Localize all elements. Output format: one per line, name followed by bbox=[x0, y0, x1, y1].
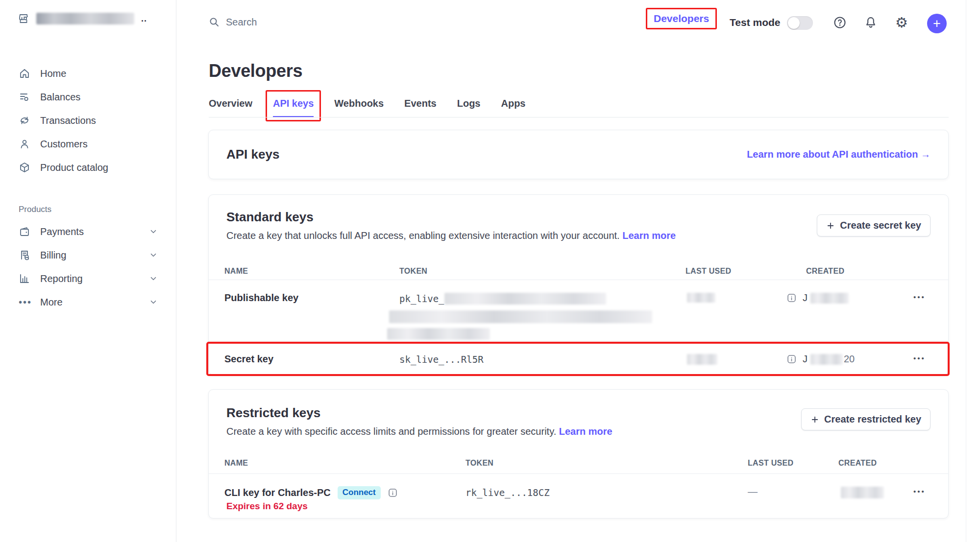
restricted-keys-description: Create a key with specific access limits… bbox=[226, 426, 612, 437]
more-ellipsis-icon: ••• bbox=[19, 297, 30, 308]
create-plus-button[interactable]: + bbox=[927, 14, 947, 33]
test-mode-label: Test mode bbox=[730, 17, 780, 28]
sidebar-item-reporting[interactable]: Reporting bbox=[0, 267, 176, 290]
notifications-bell-icon[interactable] bbox=[863, 15, 878, 30]
last-used-value: — bbox=[748, 486, 758, 497]
sidebar-item-label: Balances bbox=[40, 92, 80, 103]
key-name: Secret key bbox=[224, 353, 273, 365]
overflow-menu-icon[interactable]: ••• bbox=[913, 487, 926, 495]
created-redacted bbox=[810, 354, 843, 365]
account-name-redacted bbox=[36, 13, 134, 24]
token-redacted-line3 bbox=[387, 328, 490, 340]
account-name-suffix: .. bbox=[141, 14, 147, 24]
sidebar-item-label: More bbox=[40, 297, 63, 308]
sidebar-item-label: Customers bbox=[40, 139, 88, 150]
restricted-keys-title: Restricted keys bbox=[226, 405, 320, 421]
create-restricted-key-label: Create restricted key bbox=[824, 414, 921, 425]
tab-overview[interactable]: Overview bbox=[209, 98, 252, 118]
home-icon bbox=[19, 68, 30, 79]
sidebar-item-balances[interactable]: Balances bbox=[0, 85, 176, 109]
key-token[interactable]: sk_live_...Rl5R bbox=[399, 354, 484, 365]
storefront-icon bbox=[18, 13, 29, 24]
sidebar-item-label: Reporting bbox=[40, 273, 83, 284]
sidebar-item-transactions[interactable]: Transactions bbox=[0, 109, 176, 132]
toggle-knob bbox=[788, 17, 800, 29]
standard-keys-description-text: Create a key that unlocks full API acces… bbox=[226, 230, 620, 241]
page-title: Developers bbox=[209, 61, 302, 81]
info-icon[interactable] bbox=[786, 354, 797, 364]
column-header-name: NAME bbox=[224, 267, 248, 276]
last-used-redacted bbox=[687, 354, 717, 365]
billing-icon bbox=[19, 249, 30, 261]
tab-events[interactable]: Events bbox=[404, 98, 437, 118]
connect-badge: Connect bbox=[338, 486, 381, 499]
created-suffix: 20 bbox=[844, 353, 855, 365]
payments-icon bbox=[19, 226, 30, 237]
learn-more-api-auth-link[interactable]: Learn more about API authentication → bbox=[747, 149, 931, 160]
sidebar-item-payments[interactable]: Payments bbox=[0, 220, 176, 243]
chevron-down-icon bbox=[149, 227, 158, 236]
product-catalog-icon bbox=[19, 162, 30, 173]
chevron-down-icon bbox=[149, 251, 158, 259]
search-input[interactable]: Search bbox=[208, 16, 257, 28]
sidebar-item-product-catalog[interactable]: Product catalog bbox=[0, 156, 176, 179]
sidebar-item-label: Payments bbox=[40, 226, 84, 237]
plus-icon bbox=[810, 415, 819, 424]
tab-api-keys-label: API keys bbox=[273, 98, 314, 109]
tab-bar: Overview API keys Webhooks Events Logs A… bbox=[209, 98, 525, 118]
tab-logs[interactable]: Logs bbox=[457, 98, 481, 118]
search-label: Search bbox=[226, 17, 257, 28]
expires-warning: Expires in 62 days bbox=[226, 501, 308, 512]
plus-icon: + bbox=[933, 16, 941, 31]
table-divider bbox=[209, 473, 948, 474]
created-prefix: J bbox=[803, 292, 808, 304]
help-icon[interactable] bbox=[833, 15, 847, 30]
search-icon bbox=[208, 16, 220, 28]
test-mode-toggle[interactable] bbox=[787, 16, 813, 30]
tab-webhooks[interactable]: Webhooks bbox=[334, 98, 384, 118]
settings-gear-icon[interactable]: ⚙ bbox=[894, 15, 909, 30]
column-header-name: NAME bbox=[224, 459, 248, 468]
info-icon[interactable] bbox=[786, 293, 797, 303]
key-token[interactable]: pk_live_ bbox=[399, 293, 606, 305]
created-redacted bbox=[841, 487, 884, 498]
created-redacted bbox=[810, 293, 849, 304]
overflow-menu-icon[interactable]: ••• bbox=[913, 354, 926, 362]
create-secret-key-button[interactable]: Create secret key bbox=[817, 214, 931, 236]
info-icon[interactable] bbox=[388, 488, 398, 498]
restricted-keys-description-text: Create a key with specific access limits… bbox=[226, 426, 556, 437]
tab-apps[interactable]: Apps bbox=[501, 98, 525, 118]
created-prefix: J bbox=[803, 353, 808, 365]
column-header-last-used: LAST USED bbox=[748, 459, 793, 468]
api-keys-card-title: API keys bbox=[226, 147, 279, 162]
standard-keys-learn-more-link[interactable]: Learn more bbox=[622, 230, 676, 241]
account-switcher[interactable]: .. bbox=[18, 13, 147, 24]
key-name: Publishable key bbox=[224, 292, 298, 304]
table-divider bbox=[209, 280, 948, 280]
reporting-icon bbox=[19, 273, 30, 284]
sidebar-item-more[interactable]: ••• More bbox=[0, 290, 176, 314]
chevron-down-icon bbox=[149, 298, 158, 306]
annotation-box-developers: Developers bbox=[646, 8, 717, 29]
restricted-keys-learn-more-link[interactable]: Learn more bbox=[559, 426, 612, 437]
sidebar-item-label: Product catalog bbox=[40, 162, 108, 173]
token-prefix: pk_live_ bbox=[399, 293, 444, 304]
api-keys-card: API keys Learn more about API authentica… bbox=[208, 130, 949, 179]
key-token[interactable]: rk_live_...18CZ bbox=[466, 487, 550, 498]
sidebar-item-customers[interactable]: Customers bbox=[0, 132, 176, 156]
sidebar-item-home[interactable]: Home bbox=[0, 62, 176, 85]
create-secret-key-label: Create secret key bbox=[840, 220, 921, 231]
create-restricted-key-button[interactable]: Create restricted key bbox=[801, 408, 931, 430]
sidebar-item-label: Home bbox=[40, 68, 66, 79]
scrollbar-track[interactable] bbox=[966, 0, 966, 542]
restricted-keys-card: Restricted keys Create a key with specif… bbox=[208, 389, 949, 518]
column-header-created: CREATED bbox=[838, 459, 877, 468]
token-redacted-line2 bbox=[389, 310, 652, 323]
overflow-menu-icon[interactable]: ••• bbox=[913, 293, 926, 301]
sidebar-item-billing[interactable]: Billing bbox=[0, 243, 176, 267]
chevron-down-icon bbox=[149, 274, 158, 283]
tab-api-keys[interactable]: API keys bbox=[273, 98, 314, 118]
developers-link[interactable]: Developers bbox=[654, 13, 709, 24]
sidebar-item-label: Transactions bbox=[40, 115, 96, 126]
column-header-token: TOKEN bbox=[466, 459, 493, 468]
